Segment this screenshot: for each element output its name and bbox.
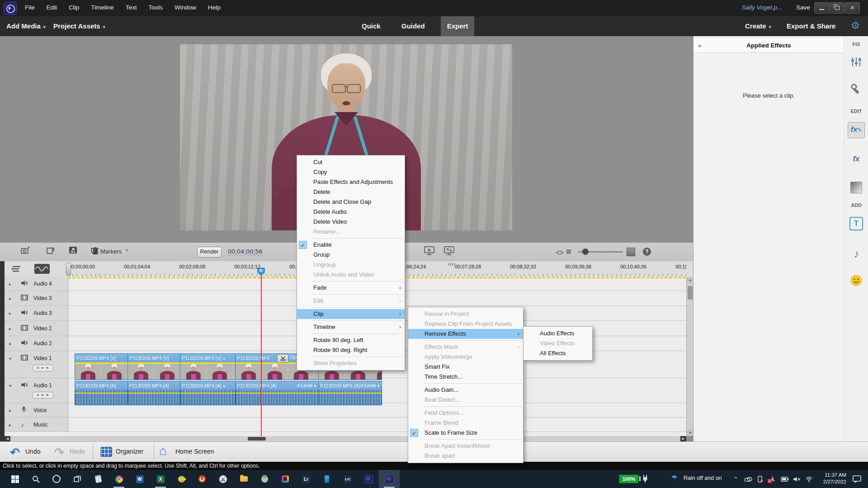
opacity-rubber-band[interactable] bbox=[128, 362, 180, 364]
menubar-item-help[interactable]: Help bbox=[202, 0, 226, 11]
menu-item-timeline[interactable]: Timeline› bbox=[297, 322, 405, 332]
video-clip[interactable]: P1130209.MP4 [V] bbox=[75, 353, 128, 380]
phone-error-icon[interactable] bbox=[754, 476, 766, 483]
help-icon[interactable]: ? bbox=[643, 248, 651, 256]
start-button[interactable] bbox=[5, 470, 25, 488]
track-header-video-2[interactable]: ▸Video 2 bbox=[5, 321, 68, 336]
playhead-line[interactable] bbox=[261, 276, 262, 436]
zoom-in-icon[interactable] bbox=[627, 248, 635, 256]
adjust-sliders-icon[interactable] bbox=[850, 56, 862, 70]
menu-item-scale-to-frame-size[interactable]: ✓Scale to Frame Size bbox=[408, 428, 523, 438]
fix-tools-icon[interactable] bbox=[850, 83, 862, 97]
save-button[interactable]: Save bbox=[796, 4, 810, 11]
tab-quick[interactable]: Quick bbox=[362, 22, 381, 30]
menubar-item-clip[interactable]: Clip bbox=[63, 0, 85, 11]
expand-track-icon[interactable]: ▸ bbox=[9, 311, 11, 316]
lightroom-icon[interactable]: Lr bbox=[296, 470, 316, 488]
excel-icon[interactable]: X bbox=[150, 470, 171, 488]
horizontal-scroll-handle[interactable] bbox=[248, 437, 266, 441]
menu-item-audio-effects[interactable]: Audio Effects bbox=[524, 328, 592, 338]
export-share-button[interactable]: Export & Share bbox=[787, 22, 835, 30]
menu-item-delete[interactable]: Delete bbox=[297, 187, 405, 197]
create-button[interactable]: Create▼ bbox=[745, 22, 772, 30]
titles-text-icon[interactable]: T bbox=[849, 217, 863, 230]
update-badge-icon[interactable]: 2 bbox=[766, 476, 778, 482]
onedrive-icon[interactable] bbox=[742, 476, 754, 482]
action-center-icon[interactable] bbox=[853, 475, 862, 485]
file-explorer-icon[interactable] bbox=[233, 470, 254, 488]
tab-expert[interactable]: Expert bbox=[441, 16, 474, 36]
restore-button[interactable] bbox=[830, 2, 844, 14]
timecode-display[interactable]: 00;04;00;56 bbox=[228, 248, 263, 255]
organizer-button[interactable]: Organizer bbox=[116, 448, 143, 455]
menu-item-fade[interactable]: Fade› bbox=[297, 283, 405, 293]
menu-item-delete-audio[interactable]: Delete Audio bbox=[297, 207, 405, 217]
audio-meter-icon[interactable] bbox=[34, 264, 50, 274]
paint-icon[interactable] bbox=[171, 470, 192, 488]
menu-item-enable[interactable]: ✓Enable bbox=[297, 240, 405, 250]
wifi-icon[interactable] bbox=[803, 476, 815, 482]
battery-percent-widget[interactable]: 100% bbox=[618, 474, 639, 484]
track-header-audio-3[interactable]: ▸Audio 3 bbox=[5, 306, 68, 320]
notepad-icon[interactable] bbox=[88, 470, 108, 488]
track-header-music[interactable]: ▸♪Music bbox=[5, 418, 68, 432]
expand-track-icon[interactable]: ▸ bbox=[9, 296, 11, 301]
opacity-rubber-band[interactable] bbox=[75, 362, 127, 364]
applied-effects-icon[interactable]: fx✎ bbox=[848, 122, 865, 138]
opacity-rubber-band[interactable] bbox=[180, 362, 235, 364]
audio-clip[interactable]: P1130209.MP4 [A]▼ bbox=[180, 381, 236, 405]
menubar-item-edit[interactable]: Edit bbox=[41, 0, 63, 11]
transitions-icon[interactable] bbox=[850, 182, 862, 193]
menu-item-audio-gain[interactable]: Audio Gain... bbox=[408, 385, 523, 395]
zoom-slider-handle[interactable] bbox=[582, 249, 589, 255]
home-screen-button[interactable]: Home Screen bbox=[175, 448, 214, 455]
video-clip[interactable]: P1130209.MP4 [V] bbox=[128, 353, 180, 380]
menu-item-group[interactable]: Group bbox=[297, 250, 405, 260]
undo-button[interactable]: Undo bbox=[25, 448, 40, 455]
track-options-icon[interactable] bbox=[11, 265, 21, 275]
expand-track-icon[interactable]: ▸ bbox=[9, 281, 11, 286]
music-icon[interactable]: ♪ bbox=[854, 248, 859, 260]
vertical-scrollbar[interactable]: ▲ ▼ bbox=[686, 277, 693, 436]
weather-umbrella-icon[interactable]: ☂ bbox=[671, 474, 678, 483]
scroll-up-icon[interactable]: ▲ bbox=[687, 277, 693, 283]
expand-track-icon[interactable]: ▸ bbox=[9, 341, 11, 346]
audio-clip[interactable]: P1130209.MP4 [A]e:Level▼ bbox=[319, 381, 382, 405]
markers-dropdown-icon[interactable]: ▼ bbox=[125, 248, 129, 253]
vertical-scroll-handle[interactable] bbox=[688, 286, 693, 300]
settings-gear-icon[interactable]: ⚙ bbox=[851, 20, 860, 32]
task-view-icon[interactable] bbox=[67, 470, 88, 488]
phone-app-icon[interactable] bbox=[316, 470, 337, 488]
premiere-elements-icon[interactable] bbox=[358, 470, 379, 488]
lightroom-classic-icon[interactable]: LrC bbox=[337, 470, 358, 488]
cortana-icon[interactable] bbox=[46, 470, 67, 488]
expand-track-icon[interactable]: ▸ bbox=[9, 422, 11, 427]
render-button[interactable]: Render bbox=[197, 247, 222, 258]
word-icon[interactable]: W bbox=[129, 470, 150, 488]
weather-text[interactable]: Rain off and on bbox=[684, 475, 722, 481]
horizontal-scrollbar[interactable]: ◀ ▶ bbox=[5, 436, 686, 441]
track-header-video-3[interactable]: ▸Video 3 bbox=[5, 291, 68, 305]
expand-track-icon[interactable]: ▸ bbox=[9, 408, 11, 413]
chrome-icon[interactable] bbox=[108, 470, 129, 488]
menu-item-cut[interactable]: Cut bbox=[297, 157, 405, 167]
minimize-button[interactable] bbox=[814, 2, 829, 14]
add-media-button[interactable]: Add Media▼ bbox=[6, 22, 47, 30]
menu-item-time-stretch[interactable]: Time Stretch... bbox=[408, 372, 523, 382]
rotate-icon[interactable] bbox=[47, 246, 55, 256]
audio-clip[interactable]: P1130209.MP4 [A] bbox=[75, 381, 128, 405]
scroll-right-icon[interactable]: ▶ bbox=[680, 436, 686, 441]
menu-item-rotate-90-deg-right[interactable]: Rotate 90 deg. Right bbox=[297, 345, 405, 355]
split-clip-scissors-icon[interactable] bbox=[277, 354, 288, 363]
tray-chevron-icon[interactable]: ⌃ bbox=[730, 476, 742, 483]
menu-item-delete-video[interactable]: Delete Video bbox=[297, 217, 405, 227]
audio-clip[interactable]: P1130209.MP4 [A] bbox=[128, 381, 180, 405]
export-frame-icon[interactable] bbox=[444, 246, 455, 257]
menu-item-rotate-90-deg-left[interactable]: Rotate 90 deg. Left bbox=[297, 335, 405, 345]
scroll-down-icon[interactable]: ▼ bbox=[687, 430, 693, 436]
menubar-item-file[interactable]: File bbox=[19, 0, 41, 11]
creature-app-icon[interactable] bbox=[254, 470, 275, 488]
graphics-smiley-icon[interactable] bbox=[851, 275, 862, 286]
zoom-out-icon[interactable] bbox=[566, 249, 571, 254]
snipping-tool-icon[interactable] bbox=[212, 470, 233, 488]
